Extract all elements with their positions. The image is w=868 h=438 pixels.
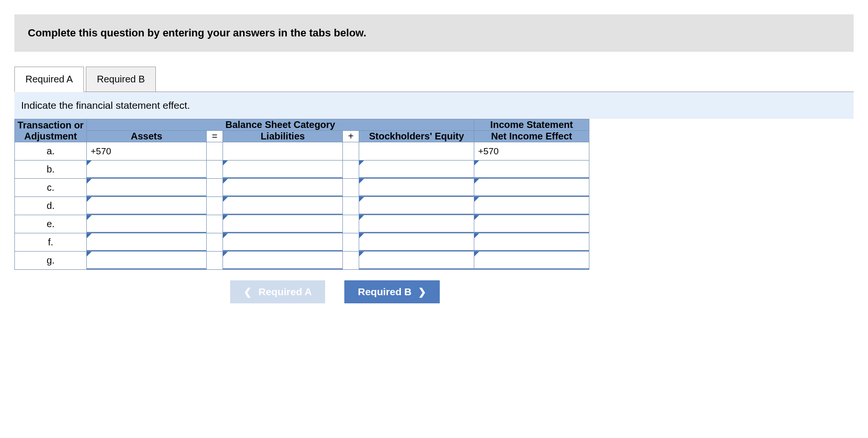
liabilities-input[interactable]	[223, 233, 342, 251]
cell	[87, 142, 207, 161]
cell	[474, 142, 589, 161]
stockholders-input[interactable]	[359, 142, 474, 160]
row-label: b.	[15, 161, 87, 179]
spacer-cell	[343, 142, 359, 161]
cell	[87, 233, 207, 252]
spacer-cell	[207, 197, 223, 215]
row-label: d.	[15, 197, 87, 215]
spacer-cell	[207, 252, 223, 270]
liabilities-input[interactable]	[223, 179, 342, 196]
net-income-input[interactable]	[474, 215, 589, 233]
cell	[87, 197, 207, 215]
cell	[359, 197, 474, 215]
net-income-input[interactable]	[474, 161, 589, 178]
spacer-cell	[207, 179, 223, 197]
instruction-bar: Complete this question by entering your …	[14, 14, 854, 52]
header-stockholders: Stockholders' Equity	[359, 131, 474, 142]
liabilities-input[interactable]	[223, 215, 342, 233]
row-label: c.	[15, 179, 87, 197]
cell	[223, 142, 343, 161]
chevron-left-icon: ❮	[244, 286, 252, 298]
row-label: f.	[15, 233, 87, 252]
row-label: g.	[15, 252, 87, 270]
liabilities-input[interactable]	[223, 252, 342, 269]
cell	[474, 252, 589, 270]
cell	[87, 215, 207, 233]
net-income-input[interactable]	[474, 197, 589, 215]
cell	[359, 179, 474, 197]
table-row: c.	[15, 179, 589, 197]
table-row: f.	[15, 233, 589, 252]
liabilities-input[interactable]	[223, 197, 342, 215]
cell	[359, 252, 474, 270]
tab-required-a[interactable]: Required A	[14, 67, 84, 92]
tabs-row: Required A Required B	[14, 66, 854, 92]
stockholders-input[interactable]	[359, 161, 474, 178]
assets-input[interactable]	[87, 179, 206, 196]
cell	[223, 179, 343, 197]
header-income-statement: Income Statement	[474, 119, 589, 131]
spacer-cell	[207, 215, 223, 233]
table-row: a.	[15, 142, 589, 161]
liabilities-input[interactable]	[223, 161, 342, 178]
header-assets: Assets	[87, 131, 207, 142]
tab-subinstruction: Indicate the financial statement effect.	[14, 92, 854, 119]
tab-required-b[interactable]: Required B	[86, 67, 156, 92]
spacer-cell	[343, 197, 359, 215]
assets-input[interactable]	[87, 233, 206, 251]
cell	[474, 161, 589, 179]
stockholders-input[interactable]	[359, 233, 474, 251]
spacer-cell	[343, 179, 359, 197]
net-income-input[interactable]	[474, 233, 589, 251]
spacer-cell	[207, 142, 223, 161]
header-equals: =	[207, 131, 223, 142]
next-button-label: Required B	[358, 286, 411, 298]
net-income-input[interactable]	[474, 142, 589, 160]
header-liabilities: Liabilities	[223, 131, 343, 142]
cell	[359, 233, 474, 252]
net-income-input[interactable]	[474, 252, 589, 269]
assets-input[interactable]	[87, 197, 206, 215]
cell	[474, 215, 589, 233]
stockholders-input[interactable]	[359, 215, 474, 233]
prev-button-label: Required A	[258, 286, 312, 298]
next-button[interactable]: Required B ❯	[344, 280, 440, 303]
cell	[223, 215, 343, 233]
table-row: e.	[15, 215, 589, 233]
assets-input[interactable]	[87, 215, 206, 233]
table-row: g.	[15, 252, 589, 270]
liabilities-input[interactable]	[223, 142, 342, 160]
chevron-right-icon: ❯	[418, 286, 426, 298]
assets-input[interactable]	[87, 142, 206, 160]
spacer-cell	[343, 215, 359, 233]
net-income-input[interactable]	[474, 179, 589, 196]
nav-row: ❮ Required A Required B ❯	[230, 280, 854, 303]
spacer-cell	[343, 233, 359, 252]
assets-input[interactable]	[87, 252, 206, 269]
cell	[223, 252, 343, 270]
spacer-cell	[343, 161, 359, 179]
stockholders-input[interactable]	[359, 197, 474, 215]
cell	[87, 179, 207, 197]
assets-input[interactable]	[87, 161, 206, 178]
spacer-cell	[207, 233, 223, 252]
cell	[474, 179, 589, 197]
prev-button[interactable]: ❮ Required A	[230, 280, 325, 303]
cell	[223, 161, 343, 179]
cell	[359, 161, 474, 179]
stockholders-input[interactable]	[359, 252, 474, 269]
spacer-cell	[343, 252, 359, 270]
cell	[87, 252, 207, 270]
stockholders-input[interactable]	[359, 179, 474, 196]
cell	[474, 233, 589, 252]
cell	[87, 161, 207, 179]
cell	[223, 197, 343, 215]
cell	[223, 233, 343, 252]
spacer-cell	[207, 161, 223, 179]
table-row: b.	[15, 161, 589, 179]
header-plus: +	[343, 131, 359, 142]
header-transaction: Transaction or Adjustment	[15, 119, 87, 142]
cell	[474, 197, 589, 215]
cell	[359, 215, 474, 233]
row-label: e.	[15, 215, 87, 233]
